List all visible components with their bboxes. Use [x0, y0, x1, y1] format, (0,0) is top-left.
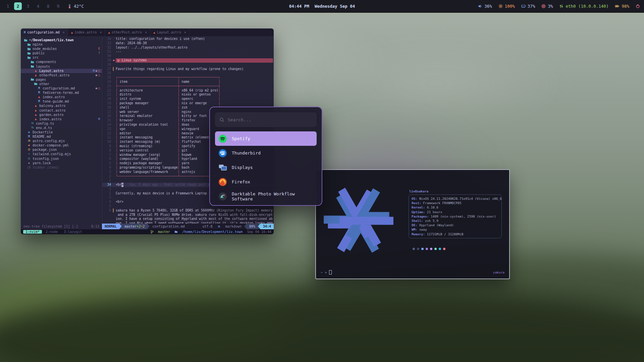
- tree-item-package.json[interactable]: {}package.json: [21, 147, 102, 152]
- memory-module[interactable]: 37%: [521, 4, 535, 9]
- tmux-window-3:lazygit[interactable]: 3:lazygit: [61, 230, 84, 234]
- launcher-search[interactable]: Search...: [215, 112, 317, 127]
- sign-column: [113, 170, 116, 174]
- tree-item-index.astro[interactable]: ▲index.astro: [21, 95, 102, 99]
- launcher-entry-Firefox[interactable]: Firefox: [215, 175, 317, 189]
- tree-item-label: other: [39, 82, 49, 86]
- tree-item-tsconfig.json[interactable]: {}tsconfig.json: [21, 157, 102, 161]
- fetch-info-line: Memory: 11731MiB / 31280MiB: [412, 232, 499, 236]
- fetch-color-dots: [413, 248, 445, 250]
- sign-column: [113, 166, 116, 170]
- tmux-window-2:node[interactable]: 2:node: [43, 230, 60, 234]
- launcher-entry-Spotify[interactable]: Spotify: [215, 131, 317, 146]
- tmux-path: /home/liv/Development/liv.town: [182, 230, 243, 234]
- workspace-button-4[interactable]: 4: [34, 2, 42, 10]
- buffer-line: 6▎sakura has a Ryzen 5 7640U, 32GB of DD…: [102, 208, 274, 213]
- tab-Layout.astro[interactable]: ▲Layout.astro×: [150, 28, 190, 36]
- tree-item-env.d.ts[interactable]: TSenv.d.ts: [21, 126, 102, 130]
- tree-item-node_modules[interactable]: node_modulesE: [21, 47, 102, 51]
- thunderbird-icon: [218, 149, 227, 158]
- load-module[interactable]: 100%: [498, 4, 515, 9]
- launcher-entry-Thunderbird[interactable]: Thunderbird: [215, 146, 317, 160]
- tree-item-balcony.astro[interactable]: ▲balcony.astro: [21, 104, 102, 108]
- thermometer-icon: [67, 4, 72, 9]
- sign-column: [113, 157, 116, 161]
- fetch-info-label: Host:: [412, 201, 423, 205]
- folder-icon: [27, 47, 31, 51]
- volume-module[interactable]: 36%: [478, 4, 492, 9]
- astro-file-icon: ▲: [34, 104, 38, 107]
- workspace-button-9[interactable]: 9: [54, 2, 62, 10]
- tmux-window-1:nvim*[interactable]: 1:nvim*: [23, 230, 42, 234]
- tree-item-docker-compose.yml[interactable]: ◆docker-compose.yml: [21, 143, 102, 147]
- launcher-entry-Displays[interactable]: Displays: [215, 160, 317, 175]
- tree-mark: H: [93, 69, 95, 73]
- tab-otherPost.astro[interactable]: ▲otherPost.astro×: [105, 28, 150, 36]
- workspace-button-1[interactable]: 1: [4, 2, 12, 10]
- tree-item-~/Development/liv.town[interactable]: ~/Development/liv.town: [21, 38, 102, 42]
- tree-item-tailwind.config.mjs[interactable]: ~tailwind.config.mjs: [21, 152, 102, 156]
- tree-item-public[interactable]: public?: [21, 51, 102, 55]
- tree-item-other[interactable]: other: [21, 82, 102, 86]
- line-number: 20: [102, 97, 113, 101]
- tree-item-Layout.astro[interactable]: ▲Layout.astroH●□: [21, 69, 102, 73]
- fetch-info-value: NixOS 24.11.20240828.71e91c4 (Vicuna) x8…: [419, 197, 502, 200]
- line-text: [116, 63, 274, 67]
- tab-configuration.md[interactable]: Mconfiguration.md×: [21, 28, 68, 36]
- workspace-button-8[interactable]: 8: [44, 2, 52, 10]
- tree-mark: E: [98, 47, 100, 51]
- tree-item-components[interactable]: components: [21, 60, 102, 64]
- tree-item-contact.astro[interactable]: ▲contact.astro: [21, 108, 102, 113]
- table-border: │: [178, 161, 182, 166]
- cpu-module[interactable]: 3%: [541, 4, 553, 9]
- tab-index.astro[interactable]: ▲index.astro×: [68, 28, 105, 36]
- tree-item-garden.astro[interactable]: ▲garden.astro: [21, 113, 102, 117]
- tree-mark: □: [98, 73, 100, 77]
- battery-module[interactable]: 98%: [615, 4, 629, 9]
- tree-item-Dockerfile[interactable]: ◆Dockerfile: [21, 130, 102, 134]
- network-module[interactable]: eth0 (10.0.0.140): [559, 4, 608, 9]
- tree-item-fediverse-terms.md[interactable]: Mfediverse-terms.md: [21, 90, 102, 95]
- clock-module[interactable]: 04:44 PM Wednesday Sep 04: [289, 4, 355, 9]
- close-icon[interactable]: ×: [184, 31, 186, 34]
- workspace-button-2[interactable]: 2: [14, 2, 22, 10]
- table-border: │: [218, 93, 220, 97]
- folder-icon: [30, 78, 35, 81]
- launcher-entry-Darktable Photo Workflow Software[interactable]: Darktable Photo Workflow Software: [215, 189, 317, 203]
- temperature-module[interactable]: 42°C: [67, 4, 84, 9]
- tree-item-label: pages: [36, 77, 46, 82]
- line-number: 1: [102, 187, 113, 191]
- tree-mark: H: [98, 117, 100, 121]
- sign-column: [113, 110, 116, 114]
- tree-item-layouts[interactable]: layouts: [21, 64, 102, 69]
- line-number: 8: [102, 148, 113, 153]
- tree-item-README.md[interactable]: MREADME.md: [21, 134, 102, 139]
- line-fragment: and a 2TB (Crucial P5 Plus) NVMe drive. …: [116, 213, 273, 217]
- tree-item-nginx[interactable]: nginx: [21, 42, 102, 47]
- tree-item-otherPost.astro[interactable]: ▲otherPost.astro●□: [21, 73, 102, 77]
- tree-item-label: contact.astro: [39, 108, 65, 113]
- line-fragment: version control: [120, 148, 178, 153]
- fastfetch-terminal-window[interactable]: liv@sakura OS: NixOS 24.11.20240828.71e9…: [315, 169, 510, 279]
- shell-prompt[interactable]: ~ > sakura: [321, 270, 504, 275]
- tree-item-index.astro[interactable]: ▲index.astroH: [21, 117, 102, 121]
- tab-label: index.astro: [74, 31, 97, 34]
- workspace-button-3[interactable]: 3: [24, 2, 32, 10]
- line-fragment: ove. I use Nix when I need software with…: [116, 221, 273, 224]
- tree-item-yarn.lock[interactable]: ▪yarn.lock: [21, 161, 102, 165]
- tree-item-pages[interactable]: pages: [21, 77, 102, 82]
- tree-item-src[interactable]: src: [21, 55, 102, 60]
- close-icon[interactable]: ×: [63, 31, 65, 34]
- markdown-file-icon: M: [24, 31, 25, 34]
- sign-column: [113, 46, 116, 50]
- power-module[interactable]: [636, 4, 640, 8]
- table-border: │: [178, 148, 182, 153]
- close-icon[interactable]: ×: [145, 31, 147, 34]
- tree-item-config.ts[interactable]: TSconfig.ts: [21, 121, 102, 126]
- line-text: [116, 71, 274, 75]
- close-icon[interactable]: ×: [100, 31, 102, 34]
- fetch-info-label: Packages:: [412, 215, 431, 218]
- tree-item-astro.config.mjs[interactable]: JSastro.config.mjs: [21, 139, 102, 143]
- tree-item-configuration.md[interactable]: Mconfiguration.md●□: [21, 86, 102, 90]
- tree-item-tone-guide.md[interactable]: Mtone-guide.md: [21, 99, 102, 104]
